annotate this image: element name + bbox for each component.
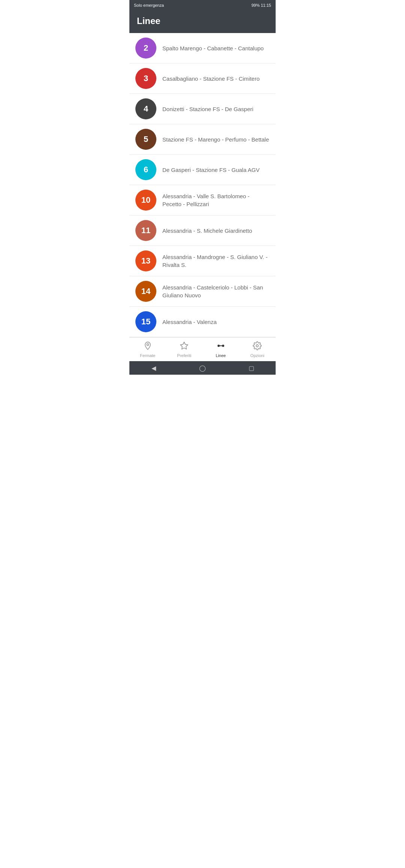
line-name: Alessandria - S. Michele Giardinetto xyxy=(162,227,252,235)
fermate-icon xyxy=(143,341,152,352)
line-item[interactable]: 10Alessandria - Valle S. Bartolomeo - Pe… xyxy=(129,185,276,215)
nav-item-fermate[interactable]: Fermate xyxy=(129,338,166,361)
line-item[interactable]: 2Spalto Marengo - Cabanette - Cantalupo xyxy=(129,33,276,63)
linee-icon xyxy=(216,341,225,352)
system-nav: ◀ ◯ ▢ xyxy=(129,361,276,375)
line-name: Alessandria - Castelceriolo - Lobbi - Sa… xyxy=(162,283,270,299)
line-item[interactable]: 13Alessandria - Mandrogne - S. Giuliano … xyxy=(129,246,276,276)
preferiti-label: Preferiti xyxy=(177,353,191,358)
svg-point-0 xyxy=(147,344,148,345)
line-name: Alessandria - Valenza xyxy=(162,318,217,326)
back-button[interactable]: ◀ xyxy=(146,365,161,372)
line-name: Spalto Marengo - Cabanette - Cantalupo xyxy=(162,44,264,52)
nav-item-linee[interactable]: Linee xyxy=(202,338,239,361)
page-title: Linee xyxy=(137,16,268,26)
line-name: Donizetti - Stazione FS - De Gasperi xyxy=(162,105,254,113)
line-badge: 2 xyxy=(135,38,156,59)
line-item[interactable]: 3Casalbagliano - Stazione FS - Cimitero xyxy=(129,63,276,94)
app-header: Linee xyxy=(129,11,276,33)
line-item[interactable]: 5Stazione FS - Marengo - Perfumo - Betta… xyxy=(129,124,276,155)
line-badge: 5 xyxy=(135,129,156,150)
line-name: Stazione FS - Marengo - Perfumo - Bettal… xyxy=(162,136,269,143)
nav-item-opzioni[interactable]: Opzioni xyxy=(239,338,276,361)
line-badge: 6 xyxy=(135,159,156,180)
preferiti-icon xyxy=(180,341,189,352)
line-badge: 3 xyxy=(135,68,156,89)
line-item[interactable]: 11Alessandria - S. Michele Giardinetto xyxy=(129,215,276,246)
line-name: De Gasperi - Stazione FS - Guala AGV xyxy=(162,166,260,174)
svg-point-5 xyxy=(256,345,258,347)
line-badge: 10 xyxy=(135,190,156,211)
line-item[interactable]: 15Alessandria - Valenza xyxy=(129,307,276,337)
line-badge: 11 xyxy=(135,220,156,241)
status-right: 99% 11:15 xyxy=(251,3,271,8)
nav-item-preferiti[interactable]: Preferiti xyxy=(166,338,203,361)
line-badge: 15 xyxy=(135,311,156,332)
status-left: Solo emergenza xyxy=(134,3,164,8)
lines-list: 2Spalto Marengo - Cabanette - Cantalupo3… xyxy=(129,33,276,337)
bottom-nav: Fermate Preferiti Linee Opzioni xyxy=(129,337,276,361)
line-item[interactable]: 14Alessandria - Castelceriolo - Lobbi - … xyxy=(129,276,276,307)
line-badge: 14 xyxy=(135,281,156,302)
line-item[interactable]: 6De Gasperi - Stazione FS - Guala AGV xyxy=(129,155,276,185)
line-item[interactable]: 4Donizetti - Stazione FS - De Gasperi xyxy=(129,94,276,124)
svg-marker-1 xyxy=(180,342,188,349)
status-bar: Solo emergenza 99% 11:15 xyxy=(129,0,276,11)
opzioni-label: Opzioni xyxy=(250,353,264,358)
home-button[interactable]: ◯ xyxy=(195,365,210,372)
line-badge: 4 xyxy=(135,98,156,119)
line-name: Alessandria - Mandrogne - S. Giuliano V.… xyxy=(162,253,270,269)
opzioni-icon xyxy=(253,341,262,352)
recents-button[interactable]: ▢ xyxy=(244,365,259,372)
fermate-label: Fermate xyxy=(140,353,155,358)
line-name: Alessandria - Valle S. Bartolomeo - Pece… xyxy=(162,192,270,208)
line-badge: 13 xyxy=(135,250,156,271)
line-name: Casalbagliano - Stazione FS - Cimitero xyxy=(162,75,260,83)
linee-label: Linee xyxy=(216,353,226,358)
